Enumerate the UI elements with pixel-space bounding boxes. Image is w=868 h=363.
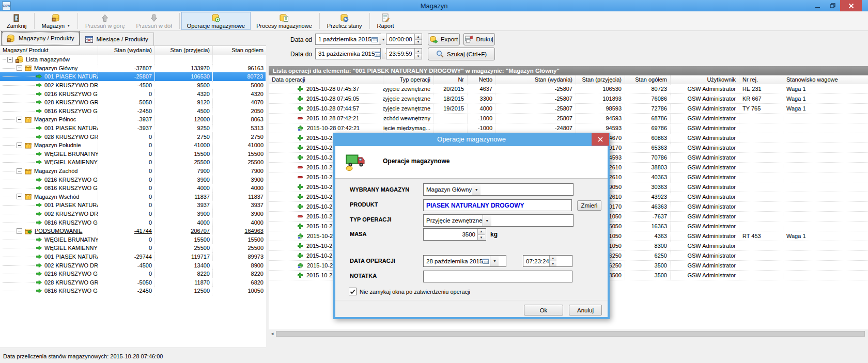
toolbar-button-przesuń-w-dół[interactable]: Przesuń w dół <box>131 12 178 30</box>
tree-row[interactable]: Magazyn Wschód01183711837 <box>0 193 266 201</box>
typ-operacji-select[interactable]: Przyjęcie zewnętrzne ▼ <box>423 214 574 227</box>
time-do-spinner[interactable]: ▲▼ <box>414 49 422 59</box>
tree-expander-icon[interactable] <box>17 117 22 122</box>
horizontal-scrollbar[interactable]: ◄ <box>269 330 868 337</box>
tree-row[interactable]: 002 KRUSZYWO DR...-4500134008900 <box>0 261 266 270</box>
spinner-up-icon[interactable]: ▲ <box>550 256 556 261</box>
tree-row[interactable]: 028 KRUSZYWO GR...027502750 <box>0 132 266 141</box>
time-do-field[interactable]: 23:59:59 ▲▼ <box>386 48 422 59</box>
tree-row[interactable]: 0816 KRUSZYWO GR...-24501250010050 <box>0 287 266 295</box>
tree-row[interactable]: PODSUMOWANIE-41744206707164963 <box>0 227 266 235</box>
operation-row[interactable]: 2015-10-28 07:42:21Rozchód wewnętrzny-10… <box>269 114 868 123</box>
col-stan-wydania[interactable]: Stan (wydania) <box>496 75 576 84</box>
tree-row[interactable]: WĘGIEL KAMIENNY02550025500 <box>0 158 266 167</box>
col-typ-operacji[interactable]: Typ operacji <box>383 75 434 84</box>
tree-row[interactable]: WĘGIEL KAMIENNY02550025500 <box>0 244 266 252</box>
col-nr-rej[interactable]: Nr rej. <box>739 75 783 84</box>
anuluj-button[interactable]: Anuluj <box>569 305 602 315</box>
export-button[interactable]: Export <box>428 33 460 45</box>
scroll-left-icon[interactable]: ◄ <box>269 330 276 337</box>
operation-row[interactable]: 2015-10-28 07:42:21Przesunięcie międzyma… <box>269 123 868 133</box>
col-stan-przyjecia[interactable]: Stan (przyjęcia) <box>576 75 625 84</box>
tree-col-przyjecia[interactable]: Stan (przyjęcia) <box>155 46 213 55</box>
chevron-down-icon[interactable]: ▼ <box>67 24 70 27</box>
tree-row[interactable]: 0816 KRUSZYWO GR...040004000 <box>0 218 266 227</box>
col-uzytkownik[interactable]: Użytkownik <box>671 75 739 84</box>
toolbar-button-raport[interactable]: Raport <box>371 12 400 30</box>
col-netto[interactable]: Netto <box>468 75 496 84</box>
tree-row[interactable]: Magazyn Główny-3780713397096163 <box>0 64 266 73</box>
tree-row[interactable]: Lista magazynów <box>0 55 266 64</box>
tree-expander-icon[interactable] <box>17 143 22 148</box>
spinner-up-icon[interactable]: ▲ <box>415 34 422 40</box>
szukaj-button[interactable]: Szukaj (Ctrl+F) <box>428 48 495 60</box>
toolbar-button-magazyn[interactable]: Magazyn▼ <box>36 12 76 30</box>
notatka-input[interactable] <box>423 271 572 282</box>
tree-expander-icon[interactable] <box>7 57 13 62</box>
operation-row[interactable]: 2015-10-28 07:44:57Przyjęcie zewnętrzne1… <box>269 104 868 114</box>
tree-row[interactable]: 028 KRUSZYWO GR...-505091204070 <box>0 98 266 107</box>
maximize-button[interactable] <box>825 0 840 11</box>
col-nr-wazenia[interactable]: Nr ważenia <box>434 75 468 84</box>
spinner-down-icon[interactable]: ▼ <box>415 40 422 45</box>
czas-spinner[interactable]: ▲▼ <box>549 256 556 266</box>
tree-col-wydania[interactable]: Stan (wydania) <box>98 46 155 55</box>
tree-row[interactable]: Magazyn Zachód079007900 <box>0 167 266 176</box>
operation-row[interactable]: 2015-10-28 07:45:37Przyjęcie zewnętrzne2… <box>269 84 868 94</box>
tree-row[interactable]: WĘGIEL BRUNATNY01550015500 <box>0 235 266 244</box>
czas-operacji-field[interactable]: 07:23:24 ▲▼ <box>523 255 572 267</box>
tree-row[interactable]: 0216 KRUSZYWO GR...043204320 <box>0 89 266 98</box>
spinner-down-icon[interactable]: ▼ <box>415 54 422 59</box>
close-button[interactable] <box>840 0 862 11</box>
toolbar-button-przesuń-w-górę[interactable]: Przesuń w górę <box>80 12 130 30</box>
chevron-down-icon[interactable]: ▼ <box>483 215 491 226</box>
spinner-up-icon[interactable]: ▲ <box>415 49 422 54</box>
scrollbar-thumb[interactable] <box>276 331 865 337</box>
data-od-picker[interactable]: 1 października 2015 ▼ <box>315 34 381 45</box>
toolbar-button-zamknij[interactable]: Zamknij <box>1 12 33 30</box>
tree-row[interactable]: Magazyn Południe04100041000 <box>0 141 266 150</box>
drukuj-button[interactable]: Drukuj <box>463 33 495 45</box>
checkbox-checked-icon[interactable] <box>349 288 357 295</box>
tree-expander-icon[interactable] <box>17 228 22 234</box>
tree-row[interactable]: 0216 KRUSZYWO GR...082208220 <box>0 270 266 278</box>
col-stan-ogolem[interactable]: Stan ogółem <box>625 75 671 84</box>
tree-row[interactable]: 028 KRUSZYWO GR...-5050118706820 <box>0 278 266 287</box>
toolbar-button-operacje-magazynowe[interactable]: Operacje magazynowe <box>181 12 251 30</box>
tree-row[interactable]: 0816 KRUSZYWO GR...040004000 <box>0 184 266 193</box>
tab-magazyny-produkty[interactable]: Magazyny / Produkty <box>1 31 80 45</box>
operation-row[interactable]: 2015-10-28 07:45:05Przyjęcie zewnętrzne1… <box>269 94 868 104</box>
data-do-picker[interactable]: 31 października 2015 ▼ <box>315 48 381 59</box>
tree-row[interactable]: 001 PIASEK NATURA...-2974411971789973 <box>0 252 266 261</box>
tab-miesiące-produkty[interactable]: Miesiące / Produkty <box>80 33 153 45</box>
ok-button[interactable]: Ok <box>524 305 563 315</box>
minimize-button[interactable] <box>810 0 825 11</box>
tree-expander-icon[interactable] <box>17 194 22 199</box>
magazyn-select[interactable]: Magazyn Główny ▼ <box>423 183 574 196</box>
tree-row[interactable]: 001 PIASEK NATURA...-393792505313 <box>0 124 266 133</box>
tree-row[interactable]: Magazyn Północ-3937120008063 <box>0 115 266 124</box>
tree-row[interactable]: 001 PIASEK NATURA...-2580710653080723 <box>0 72 266 81</box>
time-od-field[interactable]: 00:00:00 ▲▼ <box>386 34 422 45</box>
data-operacji-picker[interactable]: 28 października 2015 ▼ <box>423 255 506 267</box>
tree-row[interactable]: 0216 KRUSZYWO GR...039003900 <box>0 175 266 184</box>
zmien-button[interactable]: Zmień <box>577 200 601 211</box>
col-stanowisko-wagowe[interactable]: Stanowisko wagowe <box>783 75 865 84</box>
tree-row[interactable]: 002 KRUSZYWO DR...039003900 <box>0 210 266 218</box>
tree-row[interactable]: 002 KRUSZYWO DR...-450095005000 <box>0 81 266 90</box>
tree-expander-icon[interactable] <box>17 65 22 71</box>
tree-col-ogolem[interactable]: Stan ogółem <box>213 46 266 55</box>
chevron-down-icon[interactable]: ▼ <box>490 256 499 266</box>
nie-zamykaj-checkbox-row[interactable]: Nie zamykaj okna po zatwierdzeniu operac… <box>349 288 470 295</box>
chevron-down-icon[interactable]: ▼ <box>472 184 481 195</box>
spinner-down-icon[interactable]: ▼ <box>478 235 485 241</box>
spinner-up-icon[interactable]: ▲ <box>478 229 485 235</box>
col-data-operacji[interactable]: Data operacji <box>269 75 383 84</box>
dialog-close-button[interactable] <box>592 133 609 146</box>
toolbar-button-procesy-magazynowe[interactable]: Procesy magazynowe <box>251 12 318 30</box>
time-od-spinner[interactable]: ▲▼ <box>414 34 422 44</box>
tree-expander-icon[interactable] <box>17 168 22 174</box>
tree-row[interactable]: 001 PIASEK NATURA...039373937 <box>0 201 266 210</box>
masa-spinner[interactable]: ▲▼ <box>477 229 485 240</box>
spinner-down-icon[interactable]: ▼ <box>550 261 556 266</box>
